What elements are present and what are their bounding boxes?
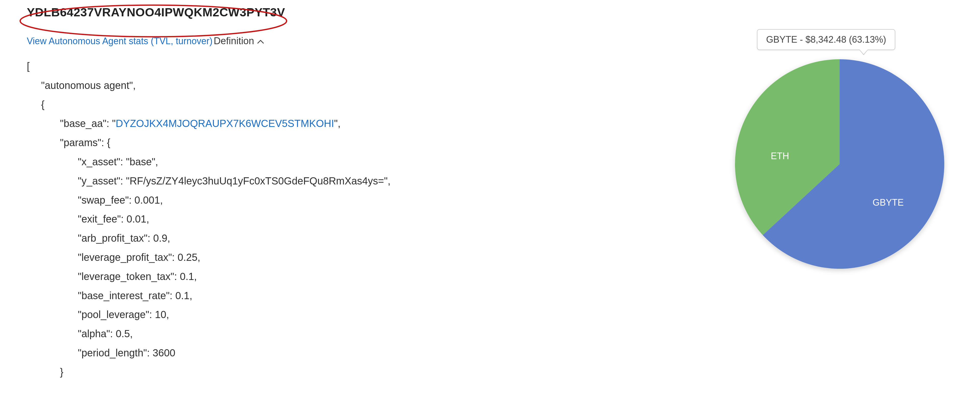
code-line: "params": { xyxy=(27,133,614,152)
code-line: [ xyxy=(27,57,614,76)
base-aa-key: "base_aa": " xyxy=(60,118,116,129)
code-line: "y_asset": "RF/ysZ/ZY4leyc3huUq1yFc0xTS0… xyxy=(27,171,614,190)
base-aa-link[interactable]: DYZOJKX4MJOQRAUPX7K6WCEV5STMKOHI xyxy=(116,118,334,129)
definition-toggle-label: Definition xyxy=(213,35,254,46)
code-line: "exit_fee": 0.01, xyxy=(27,209,614,228)
code-line: "base_interest_rate": 0.1, xyxy=(27,286,614,305)
code-line: "swap_fee": 0.001, xyxy=(27,190,614,210)
code-line: } xyxy=(27,363,614,382)
code-line: { xyxy=(27,95,614,114)
code-line: "x_asset": "base", xyxy=(27,152,614,171)
code-line: "pool_leverage": 10, xyxy=(27,305,614,324)
code-line: "leverage_profit_tax": 0.25, xyxy=(27,248,614,267)
code-line: "alpha": 0.5, xyxy=(27,324,614,343)
code-line: "period_length": 3600 xyxy=(27,343,614,363)
base-aa-after: ", xyxy=(334,118,340,129)
code-line: "autonomous agent", xyxy=(27,76,614,95)
chevron-up-icon xyxy=(257,35,264,46)
balance-pie-chart: GBYTE - $8,342.48 (63.13%) ETH GBYTE xyxy=(727,28,952,253)
code-line: "base_aa": "DYZOJKX4MJOQRAUPX7K6WCEV5STM… xyxy=(27,114,614,133)
chart-tooltip: GBYTE - $8,342.48 (63.13%) xyxy=(757,29,895,50)
code-line: "arb_profit_tax": 0.9, xyxy=(27,228,614,248)
code-line: "leverage_token_tax": 0.1, xyxy=(27,267,614,286)
definition-body: [ "autonomous agent", { "base_aa": "DYZO… xyxy=(27,57,614,382)
definition-toggle[interactable]: Definition xyxy=(213,35,264,46)
agent-address: YDLB64237VRAYNOO4IPWQKM2CW3PYT3V xyxy=(27,5,614,19)
pie-svg xyxy=(727,52,952,276)
view-stats-link[interactable]: View Autonomous Agent stats (TVL, turnov… xyxy=(27,36,213,46)
